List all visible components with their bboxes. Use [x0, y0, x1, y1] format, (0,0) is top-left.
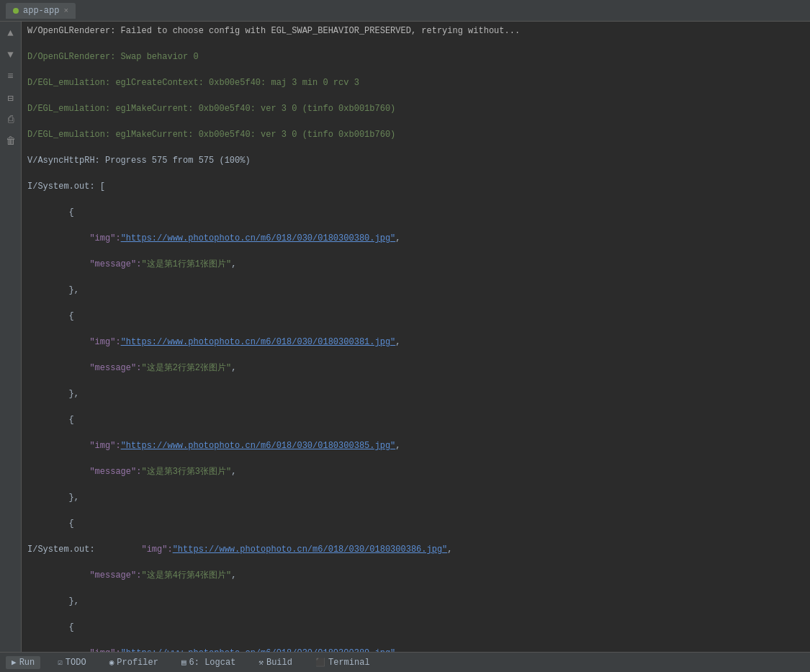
- log-json-key: "img":: [27, 233, 121, 243]
- log-json-link[interactable]: "https://www.photophoto.cn/m6/018/030/01…: [121, 441, 396, 451]
- log-line: {: [27, 413, 804, 426]
- log-line: "message":"这是第2行第2张图片",: [27, 362, 804, 375]
- bottom-tab-logcat[interactable]: ▤6: Logcat: [176, 656, 241, 669]
- terminal-tab-label: Terminal: [328, 658, 370, 668]
- build-tab-icon: ⚒: [258, 658, 264, 667]
- log-json-key: "message":: [27, 363, 141, 373]
- log-line: "img":"https://www.photophoto.cn/m6/018/…: [27, 232, 804, 245]
- log-line: "message":"这是第1行第1张图片",: [27, 258, 804, 271]
- tab-label: app-app: [23, 6, 59, 16]
- log-line: W/OpenGLRenderer: Failed to choose confi…: [27, 24, 804, 37]
- title-bar: app-app ×: [0, 0, 810, 22]
- log-line: {: [27, 621, 804, 634]
- log-line: {: [27, 206, 804, 219]
- log-json-link[interactable]: "https://www.photophoto.cn/m6/018/030/01…: [121, 233, 396, 243]
- log-json-value: "这是第4行第4张图片": [141, 570, 231, 581]
- log-debug: D/EGL_emulation: eglMakeCurrent: 0xb00e5…: [27, 104, 395, 114]
- log-warning: W/OpenGLRenderer: Failed to choose confi…: [27, 26, 520, 36]
- bottom-tab-build[interactable]: ⚒Build: [253, 656, 298, 669]
- terminal-tab-icon: ⬛: [315, 658, 325, 667]
- log-line: "img":"https://www.photophoto.cn/m6/018/…: [27, 647, 804, 652]
- log-json-suffix: ,: [231, 570, 236, 581]
- log-debug: D/OpenGLRenderer: Swap behavior 0: [27, 52, 199, 62]
- main-layout: ▲ ▼ ≡ ⊟ ⎙ 🗑 W/OpenGLRenderer: Failed to …: [0, 22, 810, 652]
- bottom-tab-profiler[interactable]: ◉Profiler: [104, 656, 164, 669]
- run-tab-label: Run: [19, 658, 35, 668]
- print-icon[interactable]: ⎙: [3, 112, 19, 127]
- log-json-key: "img":: [121, 545, 173, 555]
- log-json-link[interactable]: "https://www.photophoto.cn/m6/018/030/01…: [173, 545, 448, 555]
- filter-icon[interactable]: ⊟: [3, 90, 19, 106]
- log-line: "message":"这是第4行第4张图片",: [27, 569, 804, 582]
- log-line: D/OpenGLRenderer: Swap behavior 0: [27, 50, 804, 63]
- left-sidebar: ▲ ▼ ≡ ⊟ ⎙ 🗑: [0, 22, 22, 652]
- log-json-link[interactable]: "https://www.photophoto.cn/m6/018/030/01…: [121, 337, 396, 347]
- log-json: },: [27, 493, 79, 503]
- log-json-suffix: ,: [395, 441, 400, 451]
- delete-icon[interactable]: 🗑: [3, 133, 19, 149]
- log-line: I/System.out: "img":"https://www.photoph…: [27, 543, 804, 556]
- log-line: I/System.out: [: [27, 180, 804, 193]
- log-json-suffix: ,: [395, 233, 400, 243]
- profiler-tab-label: Profiler: [117, 658, 158, 668]
- log-json: {: [27, 622, 74, 632]
- log-json-value: "这是第3行第3张图片": [141, 467, 231, 477]
- log-json: {: [27, 519, 74, 529]
- log-line: },: [27, 595, 804, 608]
- log-line: D/EGL_emulation: eglMakeCurrent: 0xb00e5…: [27, 102, 804, 115]
- tab-dot: [13, 8, 19, 14]
- bottom-tab-todo[interactable]: ☑TODO: [52, 656, 91, 669]
- log-line: "message":"这是第3行第3张图片",: [27, 465, 804, 478]
- log-line: D/EGL_emulation: eglCreateContext: 0xb00…: [27, 76, 804, 89]
- lines-icon[interactable]: ≡: [3, 68, 19, 84]
- log-json: {: [27, 415, 74, 425]
- log-verbose: V/AsyncHttpRH: Progress 575 from 575 (10…: [27, 156, 251, 166]
- log-line: D/EGL_emulation: eglMakeCurrent: 0xb00e5…: [27, 128, 804, 141]
- logcat-tab-icon: ▤: [181, 658, 186, 667]
- log-line: {: [27, 310, 804, 323]
- log-line: },: [27, 284, 804, 297]
- log-info: I/System.out: [: [27, 182, 105, 192]
- bottom-toolbar: ▶Run☑TODO◉Profiler▤6: Logcat⚒Build⬛Termi…: [0, 652, 810, 672]
- log-json-value: "这是第2行第2张图片": [141, 363, 231, 373]
- log-debug: D/EGL_emulation: eglCreateContext: 0xb00…: [27, 78, 359, 88]
- log-json: },: [27, 596, 79, 606]
- log-line: "img":"https://www.photophoto.cn/m6/018/…: [27, 336, 804, 349]
- log-line: {: [27, 517, 804, 530]
- log-line: },: [27, 387, 804, 400]
- log-info-prefix: I/System.out:: [27, 545, 121, 555]
- tab-close-button[interactable]: ×: [63, 6, 68, 15]
- log-json: {: [27, 207, 74, 218]
- log-json-suffix: ,: [231, 259, 236, 269]
- log-line: "img":"https://www.photophoto.cn/m6/018/…: [27, 439, 804, 452]
- log-line: },: [27, 491, 804, 504]
- log-json: {: [27, 311, 74, 321]
- log-content-area[interactable]: W/OpenGLRenderer: Failed to choose confi…: [22, 22, 810, 652]
- log-json-value: "这是第1行第1张图片": [141, 259, 231, 269]
- log-json: },: [27, 389, 79, 399]
- up-arrow-icon[interactable]: ▲: [3, 25, 19, 41]
- todo-tab-label: TODO: [66, 658, 86, 668]
- log-json-key: "img":: [27, 337, 121, 347]
- log-json-key: "img":: [27, 441, 121, 451]
- log-json-suffix: ,: [447, 545, 452, 555]
- logcat-tab-label: 6: Logcat: [189, 658, 236, 668]
- log-json-suffix: ,: [395, 337, 400, 347]
- log-json-key: "message":: [27, 467, 141, 477]
- app-tab[interactable]: app-app ×: [6, 3, 76, 19]
- log-json-key: "message":: [27, 259, 141, 269]
- bottom-tab-run[interactable]: ▶Run: [6, 656, 40, 669]
- log-line: V/AsyncHttpRH: Progress 575 from 575 (10…: [27, 154, 804, 167]
- todo-tab-icon: ☑: [58, 658, 63, 667]
- log-json: },: [27, 285, 79, 295]
- down-arrow-icon[interactable]: ▼: [3, 47, 19, 63]
- run-tab-icon: ▶: [12, 658, 17, 667]
- log-debug: D/EGL_emulation: eglMakeCurrent: 0xb00e5…: [27, 130, 395, 140]
- log-json-suffix: ,: [231, 363, 236, 373]
- bottom-tab-terminal[interactable]: ⬛Terminal: [310, 656, 376, 669]
- build-tab-label: Build: [266, 658, 292, 668]
- log-json-key: "message":: [27, 570, 141, 581]
- profiler-tab-icon: ◉: [109, 658, 114, 667]
- log-json-suffix: ,: [231, 467, 236, 477]
